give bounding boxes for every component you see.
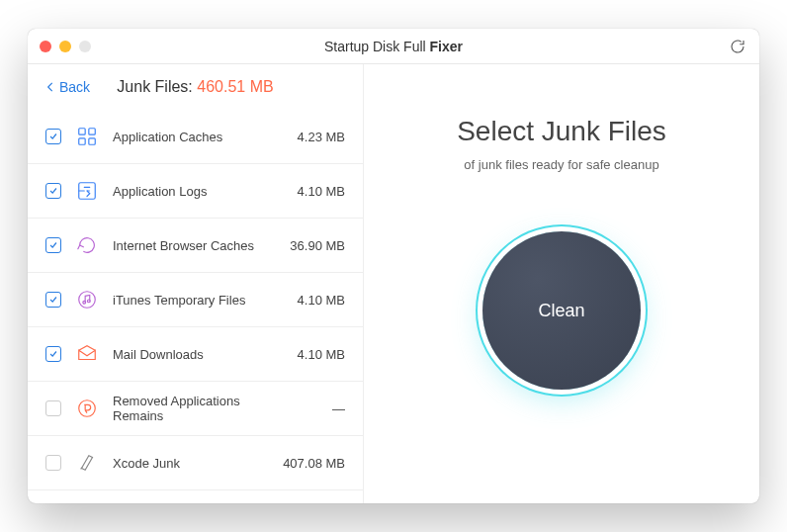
- checkbox[interactable]: [45, 292, 61, 308]
- checkbox[interactable]: [45, 183, 61, 199]
- list-item-label: Mail Downloads: [113, 347, 272, 362]
- clean-button-wrap: Clean: [482, 231, 641, 390]
- back-button[interactable]: Back: [44, 79, 90, 95]
- checkbox[interactable]: [45, 237, 61, 253]
- clean-label: Clean: [538, 301, 584, 321]
- list-item[interactable]: Xcode Junk407.08 MB: [28, 436, 363, 490]
- main-subtitle: of junk files ready for safe cleanup: [464, 157, 658, 172]
- itunes-icon: [75, 288, 99, 311]
- svg-point-5: [79, 292, 96, 309]
- app-caches-icon: [75, 125, 99, 148]
- svg-point-6: [83, 301, 86, 304]
- sidebar: Back Junk Files: 460.51 MB Application C…: [28, 64, 364, 503]
- junk-list: Application Caches4.23 MBApplication Log…: [28, 110, 363, 503]
- app-logs-icon: [75, 179, 99, 203]
- list-item-label: Internet Browser Caches: [113, 238, 272, 253]
- chevron-left-icon: [44, 80, 57, 94]
- list-item-label: Removed Applications Remains: [113, 394, 272, 423]
- checkbox[interactable]: [45, 346, 61, 362]
- list-item-size: 4.10 MB: [286, 347, 345, 362]
- list-item-size: 4.10 MB: [286, 184, 345, 199]
- list-item[interactable]: Mail Downloads4.10 MB: [28, 327, 363, 382]
- back-label: Back: [59, 79, 90, 95]
- checkbox[interactable]: [45, 455, 61, 471]
- list-item-size: 4.10 MB: [286, 293, 345, 308]
- title-text-a: Startup Disk Full: [324, 39, 430, 54]
- list-item-size: —: [286, 401, 345, 416]
- xcode-icon: [75, 451, 99, 475]
- traffic-lights: [40, 41, 91, 52]
- checkbox[interactable]: [45, 129, 61, 144]
- close-button[interactable]: [40, 41, 51, 52]
- svg-point-7: [87, 300, 90, 303]
- list-item[interactable]: Internet Browser Caches36.90 MB: [28, 219, 363, 273]
- svg-rect-0: [79, 129, 85, 134]
- refresh-icon: [729, 38, 746, 55]
- browser-caches-icon: [75, 233, 99, 257]
- list-item-label: iTunes Temporary Files: [113, 293, 272, 308]
- minimize-button[interactable]: [59, 41, 71, 52]
- junk-header-amount: 460.51 MB: [197, 78, 273, 95]
- removed-icon: [75, 397, 99, 420]
- svg-point-8: [79, 400, 96, 417]
- list-item[interactable]: iTunes Temporary Files4.10 MB: [28, 273, 363, 327]
- junk-header-label: Junk Files:: [117, 78, 197, 95]
- svg-rect-1: [89, 129, 95, 134]
- titlebar: Startup Disk Full Fixer: [28, 29, 759, 64]
- main-panel: Select Junk Files of junk files ready fo…: [364, 64, 759, 503]
- sidebar-header: Back Junk Files: 460.51 MB: [28, 64, 363, 110]
- list-item-label: Application Caches: [113, 130, 272, 144]
- maximize-button[interactable]: [79, 41, 91, 52]
- list-item[interactable]: Application Logs4.10 MB: [28, 164, 363, 219]
- window-body: Back Junk Files: 460.51 MB Application C…: [28, 64, 759, 503]
- app-window: Startup Disk Full Fixer Back Junk Files:…: [28, 29, 759, 503]
- list-item-size: 407.08 MB: [283, 456, 345, 471]
- list-item-label: Xcode Junk: [113, 456, 269, 471]
- clean-button[interactable]: Clean: [482, 231, 641, 390]
- list-item-label: Application Logs: [113, 184, 272, 199]
- checkbox[interactable]: [45, 400, 61, 416]
- list-item[interactable]: Application Caches4.23 MB: [28, 110, 363, 164]
- list-item[interactable]: Removed Applications Remains—: [28, 382, 363, 436]
- refresh-button[interactable]: [728, 37, 747, 56]
- mail-icon: [75, 342, 99, 366]
- list-item-size: 36.90 MB: [286, 238, 345, 253]
- list-item-size: 4.23 MB: [286, 130, 345, 144]
- window-title: Startup Disk Full Fixer: [28, 39, 759, 54]
- svg-rect-3: [89, 138, 95, 144]
- svg-rect-2: [79, 138, 85, 144]
- main-title: Select Junk Files: [457, 116, 666, 147]
- title-text-b: Fixer: [430, 39, 463, 54]
